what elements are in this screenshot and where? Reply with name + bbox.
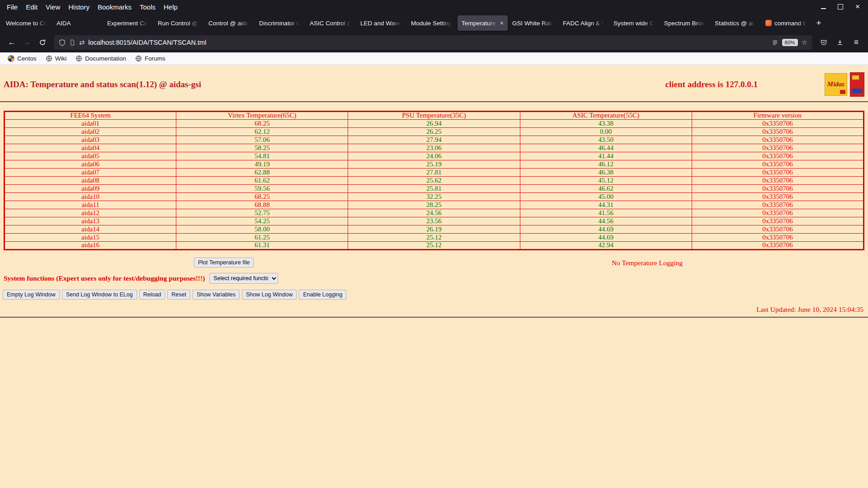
tab-label: Spectrum Brow	[664, 20, 706, 27]
bookmark-star-icon[interactable]: ☆	[802, 38, 807, 47]
asic-temp-cell: 42.94	[520, 242, 692, 250]
menubar: FileEditViewHistoryBookmarksToolsHelp ×	[0, 0, 868, 14]
bookmark-forums[interactable]: Forums	[132, 54, 169, 63]
psu-temp-cell: 32.25	[348, 193, 520, 201]
function-select[interactable]: Select required function	[209, 273, 278, 284]
fee-name-cell: aida08	[5, 177, 176, 185]
url-input[interactable]: localhost:8015/AIDA/TSCAN/TSCAN.tml	[88, 39, 768, 46]
close-tab-icon[interactable]: ×	[500, 19, 504, 27]
action-button-show-log-window[interactable]: Show Log Window	[242, 290, 297, 300]
fee-name-cell: aida06	[5, 160, 176, 169]
tab-command-li[interactable]: command li	[761, 15, 811, 31]
tab-label: Control @ aida	[208, 20, 250, 27]
action-button-empty-log-window[interactable]: Empty Log Window	[3, 290, 60, 300]
globe-icon	[75, 55, 82, 62]
shield-icon[interactable]	[59, 39, 66, 46]
psu-temp-cell: 25.12	[348, 234, 520, 242]
fee-name-cell: aida05	[5, 152, 176, 160]
reader-view-icon[interactable]	[772, 39, 778, 46]
midas-logo-text: Midas	[827, 80, 844, 88]
reload-icon[interactable]	[35, 35, 50, 50]
action-button-send-log-window-to-elog[interactable]: Send Log Window to ELog	[62, 290, 137, 300]
menu-item-file[interactable]: File	[3, 2, 22, 12]
table-row: aida1068.2532.2545.000x3350706	[5, 193, 864, 201]
menu-item-edit[interactable]: Edit	[22, 2, 42, 12]
column-header: Virtex Temperature(65C)	[176, 112, 348, 120]
tab-fadc-align-l[interactable]: FADC Align & L	[559, 15, 609, 31]
fee-name-cell: aida11	[5, 201, 176, 209]
back-icon[interactable]: ←	[5, 35, 19, 50]
psu-temp-cell: 23.56	[348, 217, 520, 225]
virtex-temp-cell: 59.56	[176, 185, 348, 193]
bookmark-label: Centos	[17, 55, 37, 62]
psu-temp-cell: 27.81	[348, 169, 520, 177]
bookmark-label: Forums	[145, 55, 165, 62]
minimize-icon[interactable]	[816, 1, 830, 12]
asic-temp-cell: 46.44	[520, 144, 692, 152]
tab-discriminator-c[interactable]: Discriminator c	[255, 15, 305, 31]
close-icon[interactable]: ×	[851, 1, 864, 12]
firmware-cell: 0x3350706	[692, 128, 863, 136]
tab-label: Temperature	[462, 20, 499, 27]
last-updated-text: Last Updated: June 10, 2024 15:04:35	[0, 305, 863, 314]
virtex-temp-cell: 49.19	[176, 160, 348, 169]
maximize-icon[interactable]	[834, 1, 847, 12]
fee-name-cell: aida03	[5, 136, 176, 144]
logging-status-text: No Temperature Logging	[612, 259, 683, 267]
menu-item-history[interactable]: History	[64, 2, 94, 12]
action-button-reset[interactable]: Reset	[167, 290, 190, 300]
forward-icon[interactable]: →	[20, 35, 34, 50]
action-buttons: Empty Log WindowSend Log Window to ELogR…	[3, 290, 868, 300]
action-button-reload[interactable]: Reload	[139, 290, 165, 300]
tab-temperature[interactable]: Temperature×	[458, 15, 508, 31]
tab-statistics-ai[interactable]: Statistics @ ai	[711, 15, 761, 31]
menu-item-view[interactable]: View	[42, 2, 64, 12]
action-button-enable-logging[interactable]: Enable Logging	[299, 290, 346, 300]
tab-system-wide-c[interactable]: System wide C	[609, 15, 660, 31]
tab-aida[interactable]: AIDA	[52, 15, 103, 31]
table-row: aida1354.2523.5644.560x3350706	[5, 217, 864, 225]
tab-asic-control[interactable]: ASIC Control @	[306, 15, 356, 31]
bookmark-wiki[interactable]: Wiki	[42, 54, 70, 63]
tab-spectrum-brow[interactable]: Spectrum Brow	[660, 15, 710, 31]
virtex-temp-cell: 57.06	[176, 136, 348, 144]
asic-temp-cell: 41.44	[520, 152, 692, 160]
bookmark-centos[interactable]: Centos	[5, 54, 40, 63]
tab-experiment-co[interactable]: Experiment Co	[103, 15, 153, 31]
tab-gsi-white-rab[interactable]: GSI White Rab	[508, 15, 558, 31]
navbar: ← → ⇄ localhost:8015/AIDA/TSCAN/TSCAN.tm…	[0, 33, 868, 52]
asic-temp-cell: 0.00	[520, 128, 692, 136]
tab-module-setting[interactable]: Module Setting	[407, 15, 457, 31]
downloads-icon[interactable]	[833, 35, 847, 50]
psu-temp-cell: 25.62	[348, 177, 520, 185]
firmware-cell: 0x3350706	[692, 217, 863, 225]
virtex-temp-cell: 68.25	[176, 120, 348, 128]
action-button-show-variables[interactable]: Show Variables	[193, 290, 240, 300]
tab-welcome-to-ce[interactable]: Welcome to Ce	[2, 15, 52, 31]
menu-item-bookmarks[interactable]: Bookmarks	[94, 2, 136, 12]
tab-led-and-wavef[interactable]: LED and Wavef	[356, 15, 406, 31]
port-forward-icon[interactable]: ⇄	[79, 39, 85, 46]
table-row: aida0762.8827.8146.380x3350706	[5, 169, 864, 177]
page-title: AIDA: Temperature and status scan(1.12) …	[4, 80, 665, 89]
menu-item-help[interactable]: Help	[160, 2, 182, 12]
page-info-icon[interactable]	[69, 39, 75, 46]
pocket-icon[interactable]	[816, 35, 831, 50]
bookmark-documentation[interactable]: Documentation	[72, 54, 129, 63]
plot-temperature-button[interactable]: Plot Temperature file	[194, 258, 254, 267]
new-tab-button[interactable]: +	[812, 16, 826, 30]
menu-item-tools[interactable]: Tools	[136, 2, 160, 12]
menu-icon[interactable]: ≡	[849, 35, 863, 50]
tab-run-control[interactable]: Run Control @	[154, 15, 204, 31]
url-bar[interactable]: ⇄ localhost:8015/AIDA/TSCAN/TSCAN.tml 80…	[54, 35, 812, 50]
tab-label: GSI White Rab	[512, 20, 554, 27]
tab-label: FADC Align & L	[563, 20, 605, 27]
firmware-cell: 0x3350706	[692, 152, 863, 160]
firmware-cell: 0x3350706	[692, 144, 863, 152]
tab-control-aida[interactable]: Control @ aida	[204, 15, 255, 31]
zoom-level-badge[interactable]: 80%	[782, 39, 798, 46]
psu-temp-cell: 26.25	[348, 128, 520, 136]
virtex-temp-cell: 58.00	[176, 225, 348, 234]
psu-temp-cell: 28.25	[348, 201, 520, 209]
page: AIDA: Temperature and status scan(1.12) …	[0, 65, 868, 488]
